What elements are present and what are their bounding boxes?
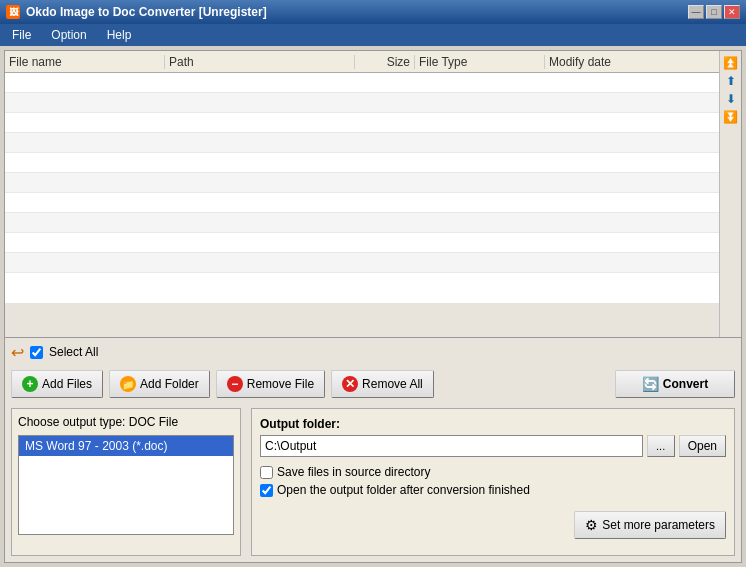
output-type-section: Choose output type: DOC File MS Word 97 … — [11, 408, 241, 556]
remove-all-button[interactable]: ✕ Remove All — [331, 370, 434, 398]
folder-input-row: ... Open — [260, 435, 726, 457]
table-row — [5, 253, 719, 273]
file-table-section: File name Path Size File Type Modify dat… — [5, 51, 741, 338]
output-type-label: Choose output type: DOC File — [18, 415, 234, 429]
output-list[interactable]: MS Word 97 - 2003 (*.doc) — [18, 435, 234, 535]
menu-file[interactable]: File — [8, 27, 35, 43]
move-top-button[interactable]: ⏫ — [723, 55, 739, 71]
convert-icon: 🔄 — [642, 376, 659, 392]
window-controls: — □ ✕ — [688, 5, 740, 19]
output-list-item[interactable]: MS Word 97 - 2003 (*.doc) — [19, 436, 233, 456]
menu-bar: File Option Help — [0, 24, 746, 46]
table-row — [5, 113, 719, 133]
remove-file-button[interactable]: − Remove File — [216, 370, 325, 398]
save-in-source-checkbox[interactable] — [260, 466, 273, 479]
gear-icon: ⚙ — [585, 517, 598, 533]
move-down-button[interactable]: ⬇ — [723, 91, 739, 107]
add-files-icon: + — [22, 376, 38, 392]
action-buttons: + Add Files 📁 Add Folder − Remove File ✕… — [5, 366, 741, 402]
table-row — [5, 93, 719, 113]
add-folder-button[interactable]: 📁 Add Folder — [109, 370, 210, 398]
title-bar: 🖼 Okdo Image to Doc Converter [Unregiste… — [0, 0, 746, 24]
app-icon: 🖼 — [6, 5, 20, 19]
main-content: File name Path Size File Type Modify dat… — [4, 50, 742, 563]
add-folder-icon: 📁 — [120, 376, 136, 392]
table-row — [5, 153, 719, 173]
open-after-label: Open the output folder after conversion … — [277, 483, 530, 497]
file-table: File name Path Size File Type Modify dat… — [5, 51, 719, 337]
side-arrows: ⏫ ⬆ ⬇ ⏬ — [719, 51, 741, 337]
save-in-source-label: Save files in source directory — [277, 465, 430, 479]
table-body — [5, 73, 719, 303]
output-folder-label: Output folder: — [260, 417, 726, 431]
table-row — [5, 233, 719, 253]
back-icon[interactable]: ↩ — [11, 343, 24, 362]
select-all-row: ↩ Select All — [5, 338, 741, 366]
close-button[interactable]: ✕ — [724, 5, 740, 19]
table-row — [5, 73, 719, 93]
table-row — [5, 213, 719, 233]
bottom-panel: Choose output type: DOC File MS Word 97 … — [5, 402, 741, 562]
minimize-button[interactable]: — — [688, 5, 704, 19]
menu-help[interactable]: Help — [103, 27, 136, 43]
col-header-filename: File name — [5, 55, 165, 69]
window-title: Okdo Image to Doc Converter [Unregister] — [26, 5, 267, 19]
set-params-button[interactable]: ⚙ Set more parameters — [574, 511, 726, 539]
col-header-modifydate: Modify date — [545, 55, 685, 69]
menu-option[interactable]: Option — [47, 27, 90, 43]
open-button[interactable]: Open — [679, 435, 726, 457]
select-all-label: Select All — [49, 345, 98, 359]
col-header-size: Size — [355, 55, 415, 69]
move-bottom-button[interactable]: ⏬ — [723, 109, 739, 125]
save-in-source-row: Save files in source directory — [260, 465, 726, 479]
open-after-checkbox[interactable] — [260, 484, 273, 497]
table-row — [5, 133, 719, 153]
remove-file-icon: − — [227, 376, 243, 392]
open-after-row: Open the output folder after conversion … — [260, 483, 726, 497]
col-header-path: Path — [165, 55, 355, 69]
table-row — [5, 193, 719, 213]
move-up-button[interactable]: ⬆ — [723, 73, 739, 89]
table-row — [5, 173, 719, 193]
add-files-button[interactable]: + Add Files — [11, 370, 103, 398]
select-all-checkbox[interactable] — [30, 346, 43, 359]
remove-all-icon: ✕ — [342, 376, 358, 392]
maximize-button[interactable]: □ — [706, 5, 722, 19]
output-folder-input[interactable] — [260, 435, 643, 457]
browse-button[interactable]: ... — [647, 435, 675, 457]
convert-button[interactable]: 🔄 Convert — [615, 370, 735, 398]
col-header-filetype: File Type — [415, 55, 545, 69]
output-folder-section: Output folder: ... Open Save files in so… — [251, 408, 735, 556]
table-header: File name Path Size File Type Modify dat… — [5, 51, 719, 73]
